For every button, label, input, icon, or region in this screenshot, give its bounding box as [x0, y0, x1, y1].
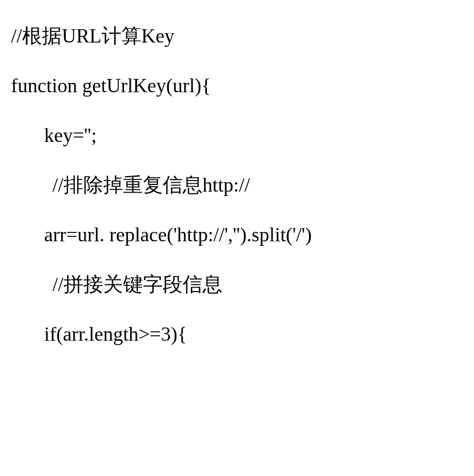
code-statement-line: arr=url. replace('http://','').split('/'…: [11, 210, 463, 260]
code-comment-line: //根据URL计算Key: [11, 11, 463, 61]
code-comment-line: //排除掉重复信息http://: [11, 160, 463, 210]
function-declaration-line: function getUrlKey(url){: [11, 61, 463, 110]
if-statement-line: if(arr.length>=3){: [11, 309, 463, 359]
code-comment-line: //拼接关键字段信息: [11, 260, 463, 309]
code-assignment-line: key='';: [11, 110, 463, 160]
